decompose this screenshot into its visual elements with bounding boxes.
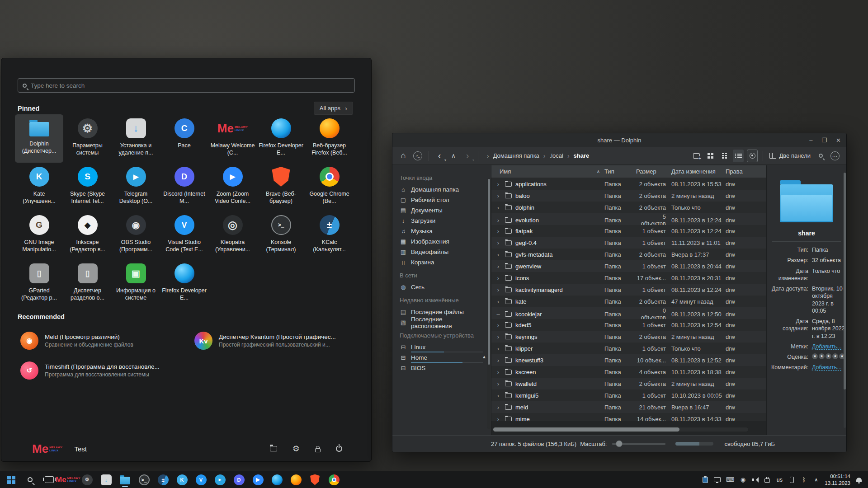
all-apps-button[interactable]: All apps ›: [314, 102, 353, 115]
info-panel-scrollbar[interactable]: [844, 173, 846, 428]
file-row[interactable]: ›meldПапка21 объектВчера в 16:47drw: [491, 401, 766, 413]
recommended-item[interactable]: ↺Timeshift (Программа для восстановле...…: [18, 356, 187, 385]
expander-icon[interactable]: ›: [491, 228, 505, 235]
terminal-button[interactable]: >_: [412, 150, 424, 162]
expander-icon[interactable]: ›: [491, 286, 505, 293]
zoom-app-button[interactable]: ▶: [250, 472, 265, 487]
zoom-slider-knob[interactable]: [616, 441, 623, 447]
places-item[interactable]: ▯Корзина: [400, 257, 487, 267]
forward-button[interactable]: ›▾: [462, 150, 473, 162]
places-item[interactable]: ⊟Home▲: [400, 352, 487, 363]
places-item[interactable]: ▢Рабочий стол: [400, 195, 487, 205]
file-row[interactable]: –kcookiejarПапка0 объектов08.11.2023 в 1…: [491, 307, 766, 319]
places-item[interactable]: ⌂Домашняя папка: [400, 184, 487, 195]
expander-icon[interactable]: ›: [491, 239, 505, 246]
settings-button[interactable]: ⚙: [292, 445, 300, 453]
info-add-link[interactable]: Добавить...: [812, 343, 845, 350]
vertical-scrollbar[interactable]: [487, 178, 491, 429]
volume-icon[interactable]: [751, 477, 759, 483]
icons-view-button[interactable]: [705, 150, 716, 162]
notifications-button[interactable]: [855, 478, 863, 482]
up-button[interactable]: ∧: [448, 150, 459, 162]
file-row[interactable]: ›gvfs-metadataПапка2 объектаВчера в 17:3…: [491, 249, 766, 260]
table-header[interactable]: Имя ∧ Тип Размер Дата изменения Права: [491, 165, 766, 178]
expander-icon[interactable]: ›: [491, 263, 505, 270]
expander-icon[interactable]: ›: [491, 181, 505, 188]
file-row[interactable]: ›klipperПапка1 объектТолько чтоdrw: [491, 343, 766, 354]
rating-stars[interactable]: ★★★★★: [812, 353, 845, 361]
minimize-button[interactable]: –: [809, 137, 812, 144]
pinned-app-tile[interactable]: ◆Inkscape (Редактор в...: [63, 211, 112, 259]
discord-app-button[interactable]: D: [231, 472, 246, 487]
expander-icon[interactable]: ›: [491, 217, 505, 224]
pinned-app-tile[interactable]: Firefox Developer E...: [257, 114, 305, 163]
recommended-item[interactable]: KvДиспетчер Kvantum (Простой графичес...…: [192, 326, 361, 356]
pinned-app-tile[interactable]: ▶Zoom (Zoom Video Confe...: [208, 163, 257, 211]
places-item[interactable]: ▥Видеофайлы: [400, 247, 487, 257]
expander-icon[interactable]: ›: [491, 380, 505, 387]
column-size[interactable]: Размер: [636, 168, 671, 175]
breadcrumb-item[interactable]: share: [574, 152, 590, 159]
pinned-app-tile[interactable]: ▸Telegram Desktop (O...: [112, 163, 160, 211]
horizontal-scrollbar[interactable]: [493, 427, 748, 432]
expander-icon[interactable]: ›: [491, 298, 505, 305]
expander-icon[interactable]: ›: [491, 251, 505, 258]
zoom-slider[interactable]: [612, 443, 665, 445]
file-row[interactable]: ›kxmlgui5Папка1 объект10.10.2023 в 00:05…: [491, 389, 766, 401]
clock[interactable]: 00:51:14 13.11.2023: [825, 473, 850, 486]
places-item[interactable]: ⊟BIOS: [400, 363, 487, 373]
pinned-app-tile[interactable]: MeMELAWYLINUXMelawy Welcome (C...: [208, 114, 257, 163]
home-button[interactable]: ⌂: [398, 150, 409, 162]
chrome-app-button[interactable]: [326, 472, 341, 487]
pinned-app-tile[interactable]: CPace: [160, 114, 208, 163]
konsole-app-button[interactable]: >_: [137, 472, 151, 487]
expander-icon[interactable]: ›: [491, 392, 505, 399]
pinned-app-tile[interactable]: SSkype (Skype Internet Tel...: [63, 163, 112, 211]
expander-icon[interactable]: –: [491, 311, 505, 318]
preview-toggle-button[interactable]: [747, 150, 758, 162]
column-name[interactable]: Имя ∧: [491, 168, 604, 175]
discover-app-button[interactable]: ↓: [99, 472, 113, 487]
file-row[interactable]: ›mimeПапка14 объек...08.11.2023 в 14:33d…: [491, 413, 766, 421]
info-add-link[interactable]: Добавить...: [812, 364, 845, 371]
brave-app-button[interactable]: [307, 472, 322, 487]
file-row[interactable]: ›keyringsПапка2 объекта2 минуты назадdrw: [491, 331, 766, 343]
telegram-app-button[interactable]: ▸: [212, 472, 227, 487]
breadcrumb-item[interactable]: Домашняя папка: [493, 152, 539, 159]
keyboard-icon[interactable]: ⌨: [726, 476, 735, 483]
pager-button[interactable]: [42, 472, 57, 487]
places-item[interactable]: ⊟Linux: [400, 342, 487, 352]
pinned-app-tile[interactable]: ◉OBS Studio (Программ...: [112, 211, 160, 259]
file-row[interactable]: ›balooПапка2 объекта2 минуты назадdrw: [491, 190, 766, 202]
file-manager-button[interactable]: [270, 446, 277, 451]
column-date[interactable]: Дата изменения: [671, 168, 726, 175]
file-row[interactable]: ›evolutionПапка5 объектов08.11.2023 в 12…: [491, 213, 766, 225]
system-settings-app-button[interactable]: ⚙: [80, 472, 94, 487]
file-row[interactable]: ›gegl-0.4Папка1 объект11.11.2023 в 11:01…: [491, 237, 766, 249]
recommended-item[interactable]: ◉Meld (Просмотр различий)Сравнение и объ…: [18, 326, 187, 356]
places-item[interactable]: ♫Музыка: [400, 226, 487, 236]
pinned-app-tile[interactable]: ↓Установка и удаление п...: [112, 114, 160, 163]
expander-icon[interactable]: ›: [491, 369, 505, 375]
places-item[interactable]: ▦Изображения: [400, 236, 487, 247]
pinned-app-tile[interactable]: Google Chrome (Be...: [305, 163, 354, 211]
places-item[interactable]: ↓Загрузки: [400, 216, 487, 226]
file-row[interactable]: ›knewstuff3Папка10 объек...08.11.2023 в …: [491, 354, 766, 366]
expander-icon[interactable]: ›: [491, 416, 505, 422]
pinned-app-tile[interactable]: KKate (Улучшенн...: [15, 163, 63, 211]
expand-tray-arrow[interactable]: ∧: [812, 477, 820, 482]
titlebar[interactable]: share — Dolphin – ❐ ✕: [392, 133, 846, 147]
file-row[interactable]: ›kactivitymanagerdПапка1 объект08.11.202…: [491, 284, 766, 296]
file-row[interactable]: ›gwenviewПапка1 объект08.11.2023 в 20:44…: [491, 260, 766, 272]
file-row[interactable]: ›kateПапка2 объекта47 минут назадdrw: [491, 296, 766, 307]
details-view-button[interactable]: [733, 150, 744, 162]
expander-icon[interactable]: ›: [491, 404, 505, 411]
pinned-app-tile[interactable]: ▯Диспетчер разделов о...: [63, 259, 112, 308]
pinned-app-tile[interactable]: VVisual Studio Code (Text E...: [160, 211, 208, 259]
expander-icon[interactable]: ›: [491, 333, 505, 340]
start-button[interactable]: [4, 472, 19, 487]
pinned-app-tile[interactable]: DDiscord (Internet M...: [160, 163, 208, 211]
screen-icon[interactable]: [714, 477, 721, 482]
places-item[interactable]: ◍Сеть: [400, 282, 487, 292]
device-icon[interactable]: [788, 477, 795, 483]
